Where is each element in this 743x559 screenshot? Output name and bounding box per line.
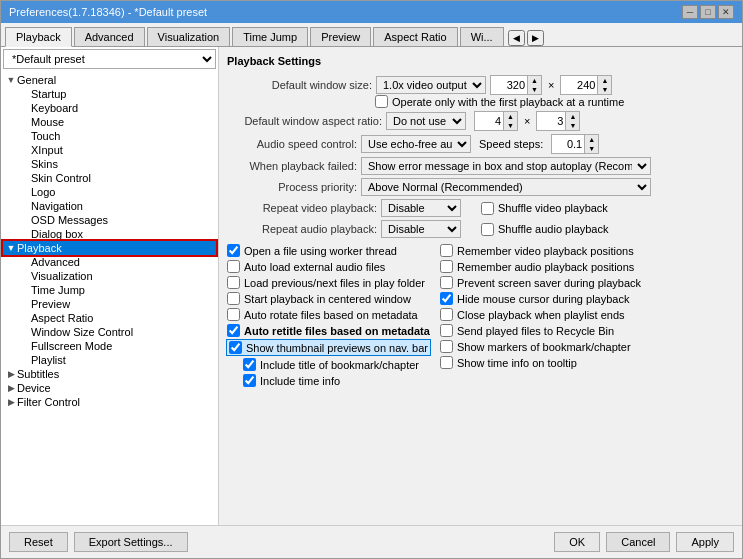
when-failed-select[interactable]: Show error message in box and stop autop…	[361, 157, 651, 175]
default-window-size-select[interactable]: 1.0x video output s 0.5x video output s …	[376, 76, 486, 94]
sidebar-item-skincontrol[interactable]: Skin Control	[3, 171, 216, 185]
remember-audio-checkbox[interactable]	[440, 260, 453, 273]
include-title-checkbox[interactable]	[243, 358, 256, 371]
speed-steps-input[interactable]	[552, 135, 584, 153]
check-remember-audio: Remember audio playback positions	[440, 260, 641, 273]
sidebar-item-filtercontrol[interactable]: ▶ Filter Control	[3, 395, 216, 409]
load-prev-next-checkbox[interactable]	[227, 276, 240, 289]
start-centered-checkbox[interactable]	[227, 292, 240, 305]
aspect-num1-up[interactable]: ▲	[503, 112, 517, 121]
default-window-size-row: Default window size: 1.0x video output s…	[227, 75, 734, 95]
body-area: *Default preset ▼ General Startup Keyboa…	[1, 47, 742, 525]
sidebar-item-navigation[interactable]: Navigation	[3, 199, 216, 213]
tab-aspectratio[interactable]: Aspect Ratio	[373, 27, 457, 46]
show-thumbnail-checkbox[interactable]	[229, 341, 242, 354]
sidebar-item-keyboard[interactable]: Keyboard	[3, 101, 216, 115]
tab-visualization[interactable]: Visualization	[147, 27, 231, 46]
send-played-checkbox[interactable]	[440, 324, 453, 337]
minimize-button[interactable]: ─	[682, 5, 698, 19]
apply-button[interactable]: Apply	[676, 532, 734, 552]
checkboxes-left-col: Open a file using worker thread Auto loa…	[227, 244, 430, 387]
sidebar-item-skins[interactable]: Skins	[3, 157, 216, 171]
sidebar-item-timejump[interactable]: Time Jump	[3, 283, 216, 297]
sidebar-item-playlist[interactable]: Playlist	[3, 353, 216, 367]
tab-preview[interactable]: Preview	[310, 27, 371, 46]
sidebar-item-touch[interactable]: Touch	[3, 129, 216, 143]
when-failed-label: When playback failed:	[227, 160, 357, 172]
sidebar-item-dialogbox[interactable]: Dialog box	[3, 227, 216, 241]
process-priority-select[interactable]: Above Normal (Recommended) Normal High	[361, 178, 651, 196]
aspect-num2-input[interactable]	[537, 112, 565, 130]
tab-playback[interactable]: Playback	[5, 27, 72, 47]
expand-icon-playback: ▼	[5, 243, 17, 253]
ok-button[interactable]: OK	[554, 532, 600, 552]
height-up-button[interactable]: ▲	[597, 76, 611, 85]
sidebar-item-advanced[interactable]: Advanced	[3, 255, 216, 269]
load-prev-next-label: Load previous/next files in play folder	[244, 277, 425, 289]
height-down-button[interactable]: ▼	[597, 85, 611, 94]
cancel-button[interactable]: Cancel	[606, 532, 670, 552]
auto-retitle-checkbox[interactable]	[227, 324, 240, 337]
prevent-screensaver-checkbox[interactable]	[440, 276, 453, 289]
speed-steps-down[interactable]: ▼	[584, 144, 598, 153]
sidebar-item-device[interactable]: ▶ Device	[3, 381, 216, 395]
sidebar-item-preview[interactable]: Preview	[3, 297, 216, 311]
process-priority-label: Process priority:	[227, 181, 357, 193]
operate-only-checkbox[interactable]	[375, 95, 388, 108]
preset-dropdown[interactable]: *Default preset	[3, 49, 216, 69]
sidebar-item-fullscreenmode[interactable]: Fullscreen Mode	[3, 339, 216, 353]
export-settings-button[interactable]: Export Settings...	[74, 532, 188, 552]
include-time-checkbox[interactable]	[243, 374, 256, 387]
speed-steps-up[interactable]: ▲	[584, 135, 598, 144]
sidebar-item-xinput[interactable]: XInput	[3, 143, 216, 157]
close-playlist-checkbox[interactable]	[440, 308, 453, 321]
sidebar-item-playback[interactable]: ▼ Playback	[3, 241, 216, 255]
height-input[interactable]	[561, 76, 597, 94]
aspect-num2-up[interactable]: ▲	[565, 112, 579, 121]
default-aspect-select[interactable]: Do not use (Recom	[386, 112, 466, 130]
check-auto-retitle: Auto retitle files based on metadata	[227, 324, 430, 337]
sidebar-item-visualization[interactable]: Visualization	[3, 269, 216, 283]
tab-timejump[interactable]: Time Jump	[232, 27, 308, 46]
hide-mouse-checkbox[interactable]	[440, 292, 453, 305]
remember-video-checkbox[interactable]	[440, 244, 453, 257]
tab-more[interactable]: Wi...	[460, 27, 504, 46]
open-worker-checkbox[interactable]	[227, 244, 240, 257]
tab-scroll-right[interactable]: ▶	[527, 30, 544, 46]
reset-button[interactable]: Reset	[9, 532, 68, 552]
sidebar-item-logo[interactable]: Logo	[3, 185, 216, 199]
tab-advanced[interactable]: Advanced	[74, 27, 145, 46]
when-failed-row: When playback failed: Show error message…	[227, 157, 734, 175]
show-thumbnail-label: Show thumbnail previews on nav. bar	[246, 342, 428, 354]
sidebar-item-general[interactable]: ▼ General	[3, 73, 216, 87]
maximize-button[interactable]: □	[700, 5, 716, 19]
sidebar-item-mouse[interactable]: Mouse	[3, 115, 216, 129]
sidebar-item-label: Skins	[31, 158, 58, 170]
shuffle-video-checkbox[interactable]	[481, 202, 494, 215]
sidebar-item-label: Dialog box	[31, 228, 83, 240]
audio-speed-select[interactable]: Use echo-free audi Standard	[361, 135, 471, 153]
sidebar-item-aspectratio[interactable]: Aspect Ratio	[3, 311, 216, 325]
show-time-info-checkbox[interactable]	[440, 356, 453, 369]
aspect-num1-input[interactable]	[475, 112, 503, 130]
repeat-video-select[interactable]: Disable All Single	[381, 199, 461, 217]
close-button[interactable]: ✕	[718, 5, 734, 19]
bottom-left-buttons: Reset Export Settings...	[9, 532, 188, 552]
auto-load-audio-checkbox[interactable]	[227, 260, 240, 273]
check-show-thumbnail: Show thumbnail previews on nav. bar	[227, 340, 430, 355]
repeat-audio-select[interactable]: Disable All Single	[381, 220, 461, 238]
sidebar-item-osdmessages[interactable]: OSD Messages	[3, 213, 216, 227]
show-markers-checkbox[interactable]	[440, 340, 453, 353]
aspect-num2-down[interactable]: ▼	[565, 121, 579, 130]
shuffle-audio-checkbox[interactable]	[481, 223, 494, 236]
sidebar-item-subtitles[interactable]: ▶ Subtitles	[3, 367, 216, 381]
sidebar-item-startup[interactable]: Startup	[3, 87, 216, 101]
width-input[interactable]	[491, 76, 527, 94]
width-down-button[interactable]: ▼	[527, 85, 541, 94]
tab-scroll-left[interactable]: ◀	[508, 30, 525, 46]
aspect-num1-down[interactable]: ▼	[503, 121, 517, 130]
auto-retitle-label: Auto retitle files based on metadata	[244, 325, 430, 337]
auto-rotate-checkbox[interactable]	[227, 308, 240, 321]
sidebar-item-windowsizecontrol[interactable]: Window Size Control	[3, 325, 216, 339]
width-up-button[interactable]: ▲	[527, 76, 541, 85]
